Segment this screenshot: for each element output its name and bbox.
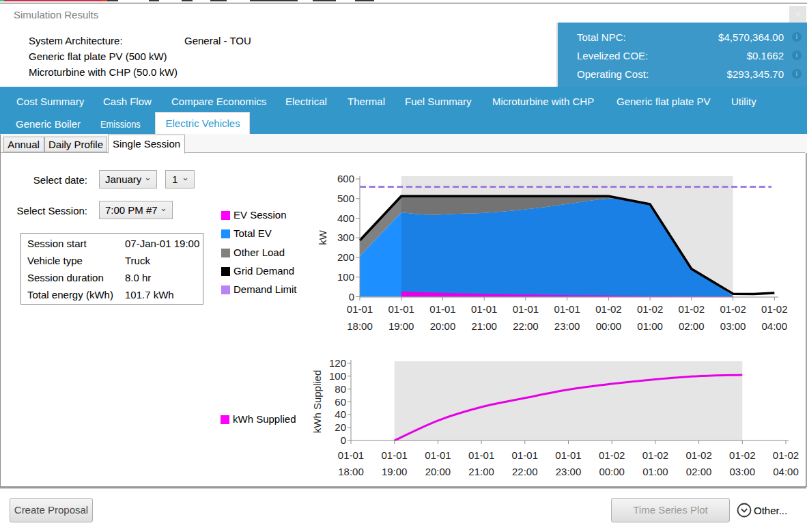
svg-text:19:00: 19:00 bbox=[388, 320, 414, 332]
svg-text:04:00: 04:00 bbox=[762, 320, 788, 332]
svg-text:18:00: 18:00 bbox=[338, 466, 364, 477]
svg-text:01-02: 01-02 bbox=[773, 449, 799, 461]
svg-text:01:00: 01:00 bbox=[642, 466, 668, 477]
svg-text:120: 120 bbox=[329, 357, 346, 369]
svg-text:01-02: 01-02 bbox=[685, 449, 711, 461]
svg-text:01-02: 01-02 bbox=[599, 449, 625, 461]
svg-text:23:00: 23:00 bbox=[556, 466, 582, 477]
svg-text:04:00: 04:00 bbox=[773, 466, 799, 477]
svg-text:01-02: 01-02 bbox=[637, 303, 663, 315]
svg-text:01-02: 01-02 bbox=[679, 303, 705, 315]
svg-text:60: 60 bbox=[335, 396, 346, 408]
svg-text:20: 20 bbox=[335, 421, 346, 433]
svg-text:01-01: 01-01 bbox=[471, 303, 497, 315]
svg-text:600: 600 bbox=[337, 173, 354, 184]
svg-text:500: 500 bbox=[337, 193, 354, 204]
svg-text:01-02: 01-02 bbox=[761, 303, 787, 315]
svg-text:23:00: 23:00 bbox=[554, 320, 580, 332]
svg-text:03:00: 03:00 bbox=[720, 320, 746, 332]
svg-text:02:00: 02:00 bbox=[686, 466, 712, 477]
svg-text:01-01: 01-01 bbox=[338, 449, 364, 461]
svg-text:01-01: 01-01 bbox=[388, 303, 414, 315]
svg-text:02:00: 02:00 bbox=[679, 320, 705, 332]
svg-text:40: 40 bbox=[335, 408, 346, 420]
svg-text:01-01: 01-01 bbox=[554, 303, 580, 315]
svg-text:01-01: 01-01 bbox=[555, 449, 581, 461]
svg-text:19:00: 19:00 bbox=[382, 466, 408, 477]
svg-text:01-01: 01-01 bbox=[382, 449, 408, 461]
svg-text:20:00: 20:00 bbox=[430, 320, 456, 332]
svg-text:01-02: 01-02 bbox=[720, 303, 746, 315]
svg-text:01-02: 01-02 bbox=[595, 303, 621, 315]
svg-text:01-01: 01-01 bbox=[513, 303, 539, 315]
svg-text:kW: kW bbox=[317, 229, 328, 245]
svg-text:22:00: 22:00 bbox=[513, 320, 539, 332]
svg-text:03:00: 03:00 bbox=[730, 466, 756, 477]
svg-text:00:00: 00:00 bbox=[599, 466, 625, 477]
svg-text:100: 100 bbox=[329, 370, 346, 382]
svg-text:21:00: 21:00 bbox=[471, 320, 497, 332]
svg-text:01-01: 01-01 bbox=[512, 449, 538, 461]
svg-text:22:00: 22:00 bbox=[512, 466, 538, 477]
svg-text:01-01: 01-01 bbox=[425, 449, 451, 461]
svg-text:100: 100 bbox=[337, 271, 354, 283]
svg-text:0: 0 bbox=[349, 291, 354, 303]
svg-text:80: 80 bbox=[335, 383, 346, 395]
svg-text:01-01: 01-01 bbox=[468, 449, 494, 461]
svg-text:21:00: 21:00 bbox=[468, 466, 494, 477]
svg-text:01-01: 01-01 bbox=[347, 303, 373, 315]
svg-text:400: 400 bbox=[337, 212, 354, 224]
svg-text:01-01: 01-01 bbox=[429, 303, 455, 315]
svg-text:200: 200 bbox=[337, 251, 354, 263]
svg-text:kWh Supplied: kWh Supplied bbox=[311, 370, 323, 434]
svg-text:01:00: 01:00 bbox=[637, 320, 663, 332]
svg-text:0: 0 bbox=[341, 434, 346, 446]
svg-text:00:00: 00:00 bbox=[596, 320, 622, 332]
svg-text:01-02: 01-02 bbox=[729, 449, 755, 461]
svg-text:01-02: 01-02 bbox=[642, 449, 668, 461]
svg-text:300: 300 bbox=[337, 232, 354, 243]
svg-text:20:00: 20:00 bbox=[425, 466, 451, 477]
svg-text:18:00: 18:00 bbox=[347, 320, 373, 332]
